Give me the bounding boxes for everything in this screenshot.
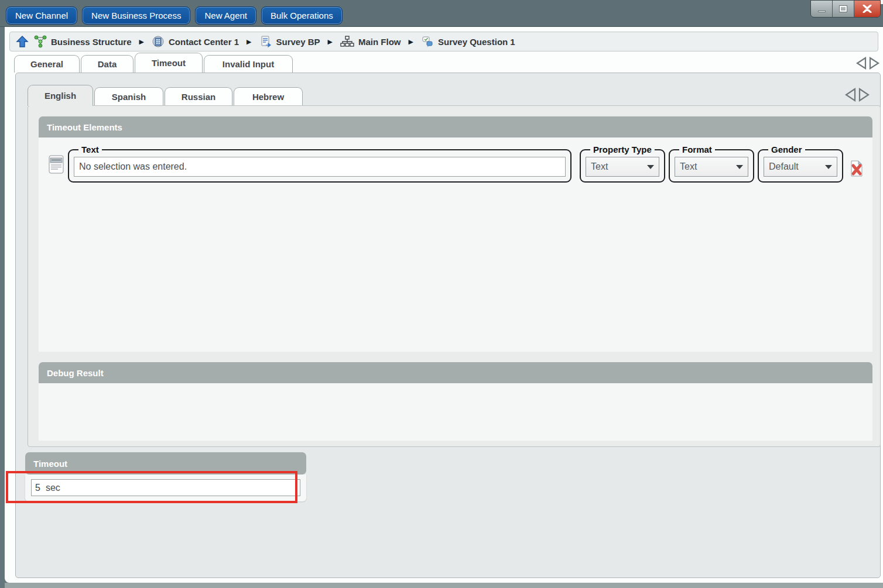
timeout-elements-body: Text No selection was entered. Property … [39, 137, 872, 352]
tab-hebrew[interactable]: Hebrew [234, 87, 303, 106]
format-value: Text [680, 161, 736, 172]
tab-spanish[interactable]: Spanish [94, 87, 163, 106]
breadcrumb-item-business-structure[interactable]: Business Structure [34, 35, 132, 48]
gender-label: Gender [768, 145, 805, 154]
tab-timeout[interactable]: Timeout [135, 53, 203, 73]
chevron-down-icon [825, 165, 832, 169]
property-type-label: Property Type [590, 145, 655, 154]
text-field-label: Text [78, 145, 102, 154]
breadcrumb-item-contact-center[interactable]: Contact Center 1 [152, 35, 239, 48]
bulk-operations-button[interactable]: Bulk Operations [261, 6, 343, 25]
breadcrumb-item-survey-bp[interactable]: Survey BP [259, 35, 320, 48]
section-title: Timeout [33, 459, 67, 469]
timeout-elements-section: Timeout Elements T [39, 116, 872, 352]
breadcrumb-label: Survey Question 1 [438, 37, 515, 47]
new-channel-button[interactable]: New Channel [6, 6, 77, 25]
contact-center-icon [152, 35, 165, 48]
debug-result-header: Debug Result [39, 362, 872, 383]
text-fieldset: Text No selection was entered. [68, 145, 571, 183]
timeout-box-header: Timeout [25, 452, 306, 474]
survey-question-icon [421, 35, 434, 48]
breadcrumb-separator-icon: ▶ [139, 38, 144, 46]
home-icon[interactable] [16, 35, 29, 48]
format-select[interactable]: Text [675, 157, 748, 177]
gender-select[interactable]: Default [764, 157, 837, 177]
debug-result-section: Debug Result [39, 362, 872, 441]
debug-result-body [39, 383, 872, 441]
format-fieldset: Format Text [669, 145, 754, 183]
business-structure-icon [34, 35, 47, 48]
minimize-icon [818, 11, 826, 12]
minimize-button[interactable] [811, 1, 833, 17]
close-icon [863, 5, 872, 13]
format-label: Format [679, 145, 715, 154]
scroll-right-icon [870, 58, 878, 68]
tab-data[interactable]: Data [81, 55, 134, 73]
app-panel: Business Structure ▶ Contact Center 1 ▶ [5, 27, 883, 583]
breadcrumb-item-survey-question[interactable]: Survey Question 1 [421, 35, 515, 48]
section-title: Debug Result [47, 368, 104, 378]
property-type-select[interactable]: Text [586, 157, 659, 177]
main-flow-icon [340, 35, 354, 48]
text-input[interactable]: No selection was entered. [74, 157, 566, 177]
scroll-left-icon [857, 58, 865, 68]
timeout-value: 5 [35, 483, 40, 493]
language-scroll-arrows [844, 87, 872, 102]
tab-invalid-input[interactable]: Invalid Input [204, 55, 293, 73]
titlebar: New Channel New Business Process New Age… [0, 0, 883, 27]
survey-bp-icon [259, 35, 272, 48]
breadcrumb-separator-icon: ▶ [328, 38, 333, 46]
chevron-down-icon [647, 165, 654, 169]
breadcrumb-label: Business Structure [51, 37, 132, 47]
breadcrumb-label: Contact Center 1 [169, 37, 239, 47]
section-title: Timeout Elements [47, 122, 122, 132]
gender-fieldset: Gender Default [758, 145, 843, 183]
breadcrumb-separator-icon: ▶ [247, 38, 251, 46]
new-business-process-button[interactable]: New Business Process [82, 6, 190, 25]
english-panel: Timeout Elements T [28, 105, 881, 447]
property-type-value: Text [591, 161, 647, 172]
breadcrumb-item-main-flow[interactable]: Main Flow [340, 35, 401, 48]
timeout-element-row: Text No selection was entered. Property … [48, 145, 864, 183]
prompt-icon [48, 154, 64, 177]
chevron-down-icon [736, 165, 743, 169]
timeout-tab-panel: English Spanish Russian Hebrew Timeout E… [15, 73, 881, 578]
window-frame-bottom [5, 583, 883, 588]
breadcrumb-label: Main Flow [358, 37, 401, 47]
maximize-icon [840, 6, 847, 12]
scroll-left-icon [846, 89, 855, 101]
gender-value: Default [769, 161, 825, 172]
maximize-button[interactable] [833, 1, 854, 17]
breadcrumb-separator-icon: ▶ [409, 38, 413, 46]
tab-general[interactable]: General [14, 55, 80, 73]
breadcrumb-label: Survey BP [276, 37, 320, 47]
tab-english[interactable]: English [28, 85, 93, 106]
delete-element-icon [849, 160, 864, 177]
tab-scroll-arrows [855, 56, 883, 70]
scroll-right-icon [860, 89, 868, 101]
delete-element-button[interactable] [849, 160, 864, 180]
breadcrumb: Business Structure ▶ Contact Center 1 ▶ [9, 32, 878, 51]
close-button[interactable] [854, 1, 880, 17]
toolbar: New Channel New Business Process New Age… [6, 6, 343, 25]
tab-row: General Data Timeout Invalid Input [9, 53, 878, 73]
new-agent-button[interactable]: New Agent [195, 6, 256, 25]
tab-russian[interactable]: Russian [165, 87, 232, 106]
property-type-fieldset: Property Type Text [580, 145, 665, 183]
timeout-unit-label: sec [46, 483, 60, 493]
timeout-elements-header: Timeout Elements [39, 116, 872, 137]
window-controls [810, 0, 881, 18]
timeout-seconds-input[interactable]: 5 sec [31, 479, 300, 496]
timeout-box-body: 5 sec [25, 474, 306, 501]
